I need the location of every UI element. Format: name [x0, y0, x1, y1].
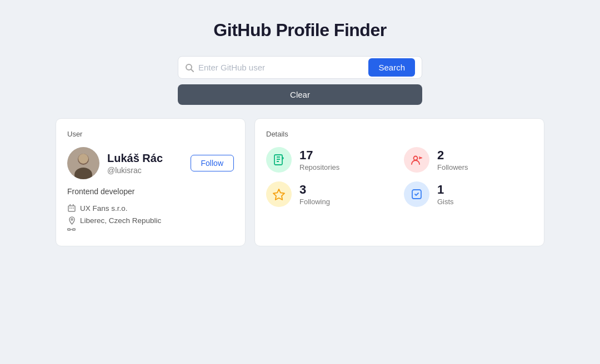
user-card: User Lukáš Rác @lukisrac	[56, 118, 246, 246]
repo-stat-text: 17 Repositories	[299, 148, 339, 171]
follow-button[interactable]: Follow	[191, 155, 234, 171]
stat-followers: 2 Followers	[404, 147, 533, 173]
clear-button[interactable]: Clear	[178, 84, 422, 105]
following-count: 3	[299, 183, 330, 197]
svg-point-5	[78, 154, 88, 164]
gists-icon-circle	[404, 181, 429, 207]
repo-count: 17	[299, 148, 339, 163]
svg-point-13	[414, 156, 418, 160]
location-icon	[67, 216, 76, 225]
location-item: Liberec, Czech Republic	[67, 216, 234, 225]
followers-icon-circle	[404, 147, 429, 173]
svg-marker-14	[273, 189, 284, 200]
link-icon	[67, 228, 76, 232]
following-label: Following	[299, 198, 330, 206]
link-item	[67, 228, 234, 232]
following-stat-text: 3 Following	[299, 183, 330, 206]
svg-line-1	[191, 69, 193, 72]
avatar	[67, 147, 99, 179]
following-icon-circle	[266, 181, 292, 207]
details-card-label: Details	[266, 130, 533, 138]
location-text: Liberec, Czech Republic	[80, 216, 161, 225]
followers-label: Followers	[437, 163, 468, 171]
stat-following: 3 Following	[266, 181, 395, 207]
user-handle: @lukisrac	[107, 166, 163, 175]
gists-label: Gists	[437, 198, 454, 206]
user-card-label: User	[67, 130, 234, 138]
user-info: Lukáš Rác @lukisrac	[67, 147, 163, 179]
user-name-group: Lukáš Rác @lukisrac	[107, 152, 163, 175]
followers-count: 2	[437, 148, 468, 163]
stat-gists: 1 Gists	[404, 181, 533, 207]
company-item: UX Fans s.r.o.	[67, 204, 234, 213]
user-bio: Frontend developer	[67, 187, 234, 196]
company-text: UX Fans s.r.o.	[80, 204, 128, 213]
stats-grid: 17 Repositories 2 Followers	[266, 147, 533, 207]
search-row: Search	[178, 56, 422, 79]
gists-count: 1	[437, 183, 454, 197]
svg-rect-12	[274, 155, 282, 165]
details-card: Details 17 Repositories	[254, 118, 544, 246]
repo-icon-circle	[266, 147, 292, 173]
search-icon	[185, 63, 194, 72]
followers-stat-text: 2 Followers	[437, 148, 468, 171]
stat-repositories: 17 Repositories	[266, 147, 395, 173]
search-input[interactable]	[198, 57, 364, 78]
user-name: Lukáš Rác	[107, 152, 163, 165]
search-area: Search Clear	[0, 56, 600, 105]
user-header: Lukáš Rác @lukisrac Follow	[67, 147, 234, 179]
user-meta: UX Fans s.r.o. Liberec, Czech Republic	[67, 204, 234, 232]
repo-label: Repositories	[299, 163, 339, 171]
search-button[interactable]: Search	[368, 58, 415, 77]
svg-point-10	[71, 219, 73, 220]
page-title: GitHub Profile Finder	[0, 0, 600, 56]
gists-stat-text: 1 Gists	[437, 183, 454, 206]
building-icon	[67, 204, 76, 213]
cards-row: User Lukáš Rác @lukisrac	[44, 118, 556, 246]
